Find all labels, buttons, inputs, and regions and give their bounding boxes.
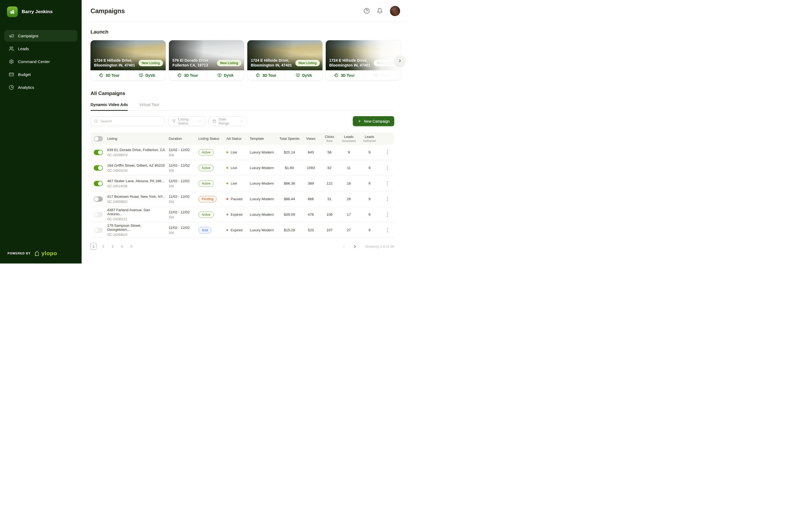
new-listing-badge: New Listing — [374, 60, 398, 66]
clicks-rate: 51 — [320, 197, 339, 201]
sidebar-item-campaigns[interactable]: Campaigns — [4, 30, 77, 42]
row-menu-kebab-icon[interactable] — [385, 148, 390, 156]
ad-status: Expired — [226, 228, 247, 232]
listing-photo: 1724 E Hillside Drive,Bloomington IN, 47… — [326, 40, 401, 70]
tab-dynamic-video-ads[interactable]: Dynamic Video Ads — [90, 102, 128, 110]
campaign-toggle[interactable] — [94, 181, 103, 186]
duration: 11/02 - 12/02 — [169, 148, 196, 152]
listing-photo: 1724 E Hillside Drive,Bloomington IN, 47… — [247, 40, 322, 70]
campaign-toggle[interactable] — [94, 212, 103, 217]
3d-tour-button[interactable]: 3D Tour — [326, 70, 363, 80]
duration-days: 30d — [169, 200, 196, 204]
launch-card[interactable]: 576 El Dorado DriveFullerton CA, 19713 N… — [169, 40, 244, 80]
new-listing-badge: New Listing — [217, 60, 242, 66]
leads-generated: 27 — [339, 228, 358, 232]
new-campaign-button[interactable]: New Campaign — [353, 116, 394, 126]
launch-card[interactable]: 1724 E Hillside Drive,Bloomington IN, 47… — [90, 40, 166, 80]
column-header: Ad Status — [222, 137, 247, 140]
views: 1093 — [302, 166, 320, 170]
table-row: 4387 Farland Avenue, San Antonio... OC-2… — [90, 207, 394, 223]
sidebar-item-label: Command Center — [18, 59, 50, 64]
template: Luxury Modern — [247, 212, 277, 216]
search-input[interactable] — [100, 119, 161, 123]
page-button-2[interactable]: 2 — [100, 243, 106, 250]
views: 523 — [302, 228, 320, 232]
row-menu-kebab-icon[interactable] — [385, 180, 390, 187]
duration-days: 30d — [169, 184, 196, 188]
leads-generated: 11 — [339, 166, 358, 170]
page-button-5[interactable]: 5 — [128, 243, 134, 250]
sidebar-item-leads[interactable]: Leads — [4, 43, 77, 55]
listing-status-filter[interactable]: Listing Status — [168, 117, 205, 126]
select-all-toggle[interactable] — [94, 136, 103, 141]
total-spends: $88.44 — [277, 197, 302, 201]
card-actions: 3D TourDyVA — [247, 70, 322, 80]
sidebar-item-budget[interactable]: Budget — [4, 69, 77, 80]
column-header: Views — [302, 137, 320, 140]
rotate-3d-icon — [99, 73, 103, 77]
listing-status-badge: Active — [199, 180, 214, 187]
sidebar-item-analytics[interactable]: Analytics — [4, 81, 77, 93]
ylopo-house-icon — [34, 250, 40, 257]
dyva-button[interactable]: DyVA — [364, 70, 401, 80]
campaign-toggle[interactable] — [94, 196, 103, 202]
help-icon[interactable] — [364, 8, 370, 14]
row-menu-kebab-icon[interactable] — [385, 226, 390, 234]
showing-count: Showing 1-6 of 36 — [365, 244, 394, 249]
listing-status-badge: Active — [199, 211, 214, 218]
row-menu-kebab-icon[interactable] — [385, 211, 390, 219]
launch-carousel: 1724 E Hillside Drive,Bloomington IN, 47… — [90, 40, 394, 80]
listing-status-badge: Active — [199, 165, 214, 171]
page-button-4[interactable]: 4 — [119, 243, 125, 250]
date-range-filter[interactable]: Date Range — [209, 117, 247, 126]
row-menu-kebab-icon[interactable] — [385, 195, 390, 203]
chevron-right-icon[interactable] — [352, 244, 358, 249]
launch-card[interactable]: 1724 E Hillside Drive,Bloomington IN, 47… — [326, 40, 401, 80]
dyva-button[interactable]: DyVA — [128, 70, 166, 80]
campaign-toggle[interactable] — [94, 150, 103, 155]
3d-tour-button[interactable]: 3D Tour — [247, 70, 285, 80]
3d-tour-button[interactable]: 3D Tour — [169, 70, 206, 80]
dyva-button[interactable]: DyVA — [285, 70, 323, 80]
campaign-toggle[interactable] — [94, 228, 103, 233]
tab-virtual-tour[interactable]: Virtual Tour — [139, 102, 159, 110]
template: Luxury Modern — [247, 150, 277, 154]
topbar: Campaigns — [82, 0, 406, 22]
bell-icon[interactable] — [377, 8, 383, 14]
credit-card-icon — [9, 72, 14, 77]
search-input-wrap — [90, 117, 165, 126]
avatar[interactable] — [390, 6, 400, 16]
views: 389 — [302, 181, 320, 185]
row-menu-kebab-icon[interactable] — [385, 164, 390, 172]
dyva-button[interactable]: DyVA — [207, 70, 244, 80]
account-name: Barry Jenkins — [22, 9, 53, 15]
page-button-1[interactable]: 1 — [90, 243, 97, 250]
listing-address: 179 Sampson Street, Georgetown,... — [107, 224, 166, 231]
table-row: 179 Sampson Street, Georgetown,... OC-24… — [90, 223, 394, 238]
sidebar-item-command-center[interactable]: Command Center — [4, 56, 77, 67]
rotate-3d-icon — [177, 73, 182, 77]
pagination-right: Showing 1-6 of 36 — [341, 244, 394, 249]
page-title: Campaigns — [90, 7, 125, 15]
sidebar-item-label: Campaigns — [18, 33, 39, 38]
launch-card[interactable]: 1724 E Hillside Drive,Bloomington IN, 47… — [247, 40, 322, 80]
listing-address: 1724 E Hillside Drive,Bloomington IN, 47… — [94, 58, 135, 68]
leads-generated: 18 — [339, 181, 358, 185]
monitor-play-icon — [217, 73, 222, 77]
status-dot-icon — [226, 151, 228, 153]
page-button-3[interactable]: 3 — [110, 243, 115, 250]
campaign-toggle[interactable] — [94, 165, 103, 171]
app-window: Barry Jenkins CampaignsLeadsCommand Cent… — [0, 0, 406, 264]
leads-generated: 17 — [339, 212, 358, 216]
chevron-left-icon[interactable] — [341, 244, 346, 249]
rotate-3d-icon — [334, 73, 338, 77]
sidebar-item-label: Leads — [18, 46, 29, 51]
table-body: 839 EL Dorado Drive, Fullterton, CA OC-2… — [90, 145, 394, 238]
template: Luxury Modern — [247, 228, 277, 232]
listing-status-badge: Sold — [199, 227, 211, 234]
duration-days: 30d — [169, 169, 196, 172]
clicks-rate: 107 — [320, 228, 339, 232]
views: 666 — [302, 197, 320, 201]
carousel-next-button[interactable] — [395, 56, 405, 66]
3d-tour-button[interactable]: 3D Tour — [90, 70, 128, 80]
